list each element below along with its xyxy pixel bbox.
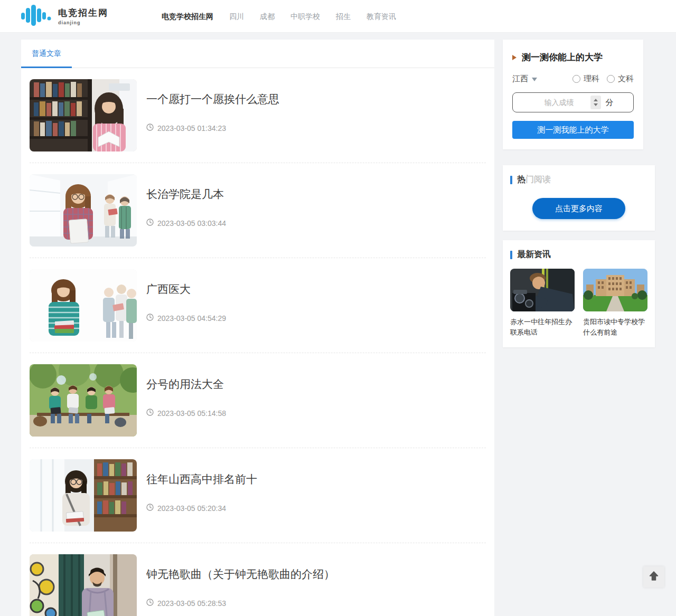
site-logo[interactable]: 电竞招生网 dianjing — [21, 4, 108, 29]
article-time: 2023-03-05 03:03:44 — [146, 219, 226, 228]
province-value: 江西 — [512, 74, 528, 84]
college-score-widget: 测一测你能上的大学 江西 理科 文科 — [503, 40, 643, 149]
clock-icon — [146, 124, 154, 132]
article-timestamp: 2023-03-05 05:14:58 — [157, 409, 226, 418]
news-thumbnail — [583, 269, 647, 311]
article-title[interactable]: 长治学院是几本 — [146, 187, 226, 202]
clock-icon — [146, 409, 154, 418]
article-item: 一个愿打一个愿挨什么意思 2023-03-05 01:34:23 — [30, 68, 486, 163]
arrow-up-icon — [648, 570, 660, 584]
spinner-down-icon — [594, 103, 598, 106]
radio-circle-icon — [607, 75, 615, 83]
news-card[interactable]: 赤水一中往年招生办联系电话 — [510, 269, 575, 338]
article-time: 2023-03-05 05:14:58 — [146, 409, 226, 418]
nav-item-sichuan[interactable]: 四川 — [221, 0, 252, 33]
back-to-top-button[interactable] — [643, 566, 664, 587]
spinner-up-icon — [594, 99, 598, 101]
article-timestamp: 2023-03-05 04:54:29 — [157, 314, 226, 323]
title-bar-icon — [510, 251, 512, 259]
radio-science[interactable]: 理科 — [572, 74, 599, 84]
article-thumbnail[interactable] — [30, 459, 137, 532]
sidebar: 测一测你能上的大学 江西 理科 文科 — [503, 40, 655, 347]
article-item: 长治学院是几本 2023-03-05 03:03:44 — [30, 163, 486, 258]
clock-icon — [146, 219, 154, 228]
article-title[interactable]: 广西医大 — [146, 282, 226, 297]
hot-reading-widget: 热门阅读 点击更多内容 — [503, 165, 655, 231]
title-bar-icon — [510, 176, 512, 184]
news-card[interactable]: 贵阳市读中专学校学什么有前途 — [583, 269, 647, 338]
radio-circle-icon — [572, 75, 580, 83]
article-timestamp: 2023-03-05 05:28:53 — [157, 599, 226, 608]
arrow-marker-icon — [512, 55, 517, 60]
test-college-button[interactable]: 测一测我能上的大学 — [512, 121, 634, 139]
hot-reading-title: 热门阅读 — [510, 174, 647, 185]
number-spinner[interactable] — [590, 96, 601, 109]
article-thumbnail[interactable] — [30, 269, 137, 342]
article-thumbnail[interactable] — [30, 554, 137, 616]
logo-title: 电竞招生网 — [58, 7, 108, 19]
latest-news-widget: 最新资讯 — [503, 240, 655, 347]
main-nav: 电竞学校招生网 四川 成都 中职学校 招生 教育资讯 — [154, 0, 404, 33]
score-input[interactable] — [533, 98, 586, 107]
latest-news-title: 最新资讯 — [510, 249, 647, 260]
article-time: 2023-03-05 01:34:23 — [146, 124, 279, 132]
article-title[interactable]: 往年山西高中排名前十 — [146, 472, 257, 487]
nav-item-enroll[interactable]: 招生 — [328, 0, 359, 33]
article-item: 分号的用法大全 2023-03-05 05:14:58 — [30, 353, 486, 448]
article-timestamp: 2023-03-05 03:03:44 — [157, 219, 226, 228]
nav-item-edu-news[interactable]: 教育资讯 — [359, 0, 404, 33]
article-item: 广西医大 2023-03-05 04:54:29 — [30, 258, 486, 353]
news-thumbnail — [510, 269, 575, 311]
article-thumbnail[interactable] — [30, 174, 137, 247]
article-list-panel: 普通文章 — [21, 40, 494, 616]
article-title[interactable]: 分号的用法大全 — [146, 377, 226, 392]
article-timestamp: 2023-03-05 01:34:23 — [157, 124, 226, 132]
article-title[interactable]: 一个愿打一个愿挨什么意思 — [146, 92, 279, 107]
article-thumbnail[interactable] — [30, 79, 137, 151]
clock-icon — [146, 504, 154, 513]
score-input-group: 分 — [512, 92, 634, 112]
radio-arts[interactable]: 文科 — [607, 74, 634, 84]
article-time: 2023-03-05 05:20:34 — [146, 504, 257, 513]
article-item: 钟无艳歌曲（关于钟无艳歌曲的介绍） 2023-03-05 05:28:53 — [30, 543, 486, 616]
logo-subtitle: dianjing — [58, 20, 108, 25]
logo-soundwave-icon — [21, 4, 53, 29]
article-tabbar: 普通文章 — [21, 40, 494, 68]
more-content-button[interactable]: 点击更多内容 — [532, 198, 625, 219]
article-thumbnail[interactable] — [30, 364, 137, 437]
article-time: 2023-03-05 04:54:29 — [146, 314, 226, 323]
article-time: 2023-03-05 05:28:53 — [146, 599, 335, 608]
news-caption: 赤水一中往年招生办联系电话 — [510, 317, 575, 338]
province-select[interactable]: 江西 — [512, 74, 537, 84]
site-header: 电竞招生网 dianjing 电竞学校招生网 四川 成都 中职学校 招生 教育资… — [0, 0, 676, 33]
clock-icon — [146, 599, 154, 608]
clock-icon — [146, 314, 154, 323]
article-timestamp: 2023-03-05 05:20:34 — [157, 504, 226, 513]
news-caption: 贵阳市读中专学校学什么有前途 — [583, 317, 647, 338]
widget-title: 测一测你能上的大学 — [522, 51, 603, 63]
tab-normal-articles[interactable]: 普通文章 — [21, 39, 72, 68]
nav-item-chengdu[interactable]: 成都 — [252, 0, 283, 33]
score-unit-label: 分 — [606, 98, 614, 108]
article-item: 往年山西高中排名前十 2023-03-05 05:20:34 — [30, 448, 486, 543]
nav-item-vocational[interactable]: 中职学校 — [283, 0, 328, 33]
nav-item-site-home[interactable]: 电竞学校招生网 — [154, 0, 221, 33]
article-title[interactable]: 钟无艳歌曲（关于钟无艳歌曲的介绍） — [146, 567, 335, 582]
caret-down-icon — [532, 78, 537, 81]
